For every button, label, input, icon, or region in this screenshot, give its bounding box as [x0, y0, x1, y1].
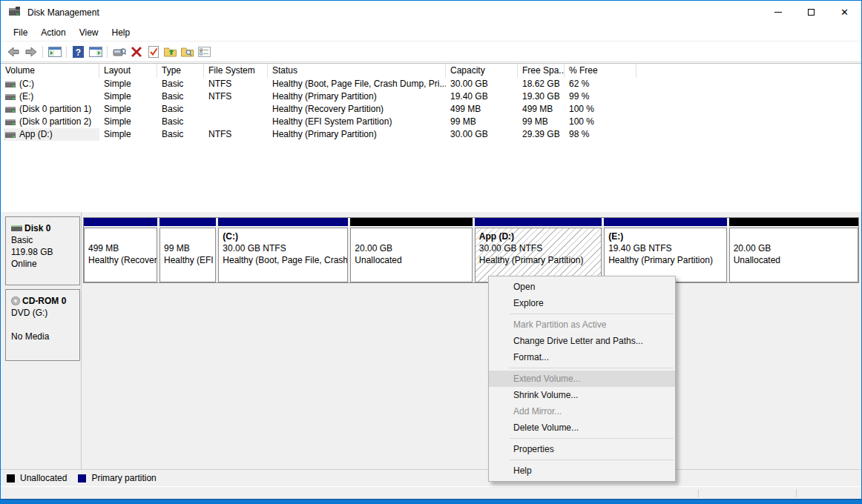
volume-file-system [204, 103, 268, 116]
disk0-info-panel[interactable]: Disk 0 Basic 119.98 GB Online [5, 216, 80, 285]
volume-icon [5, 82, 16, 87]
up-one-level-icon[interactable] [111, 44, 128, 60]
partition-unallocated-2[interactable]: 20.00 GBUnallocated [729, 218, 858, 282]
cdrom-icon [11, 296, 20, 305]
table-row[interactable]: (Disk 0 partition 2) Simple Basic Health… [1, 116, 861, 128]
disk-management-window: Disk Management ✕ File Action View Help … [0, 0, 862, 504]
disk-name: Disk 0 [24, 222, 50, 234]
partition-status: Healthy (Primary Partition) [479, 254, 601, 266]
partition-e[interactable]: (E:)19.40 GB NTFSHealthy (Primary Partit… [604, 218, 726, 282]
disk-size: 119.98 GB [11, 246, 79, 258]
explore-folder-icon[interactable] [179, 44, 196, 60]
table-row[interactable]: App (D:) Simple Basic NTFS Healthy (Prim… [1, 128, 861, 141]
partition-size: 20.00 GB [734, 242, 858, 254]
column-header-capacity[interactable]: Capacity [446, 64, 518, 78]
partition-status: Healthy (Recover [88, 254, 157, 266]
volume-free-space: 99 MB [518, 116, 565, 128]
close-icon: ✕ [840, 7, 849, 17]
app-icon [8, 7, 22, 19]
help-icon[interactable]: ? [70, 44, 87, 60]
volume-list-header: Volume Layout Type File System Status Ca… [1, 64, 861, 78]
menu-bar: File Action View Help [1, 24, 861, 42]
menu-item-change-drive-letter[interactable]: Change Drive Letter and Paths... [489, 333, 675, 349]
partition-efi[interactable]: 99 MBHealthy (EFI [159, 218, 216, 282]
fields-icon[interactable] [196, 44, 213, 60]
partition-app-d[interactable]: App (D:)30.00 GB NTFSHealthy (Primary Pa… [475, 218, 602, 282]
volume-name: App (D:) [19, 128, 53, 141]
column-header-layout[interactable]: Layout [99, 64, 157, 78]
partition-color-bar [84, 218, 157, 226]
graphical-view: Disk 0 Basic 119.98 GB Online 499 MBHeal… [1, 212, 861, 469]
menu-item-shrink-volume[interactable]: Shrink Volume... [489, 387, 675, 403]
legend-swatch-primary [78, 474, 86, 483]
partition-title [355, 231, 471, 242]
menu-item-properties[interactable]: Properties [489, 441, 675, 457]
partition-title [88, 231, 157, 242]
forward-icon[interactable] [22, 44, 39, 60]
show-console-tree-icon[interactable] [46, 44, 63, 60]
menu-item-format[interactable]: Format... [489, 349, 675, 365]
menu-file[interactable]: File [7, 25, 34, 40]
toolbar-separator [42, 46, 43, 58]
column-header-free-space[interactable]: Free Spa... [518, 64, 565, 78]
window-bottom-border [1, 499, 861, 504]
open-folder-icon[interactable] [162, 44, 179, 60]
close-button[interactable]: ✕ [828, 1, 861, 24]
status-bar-divider [698, 489, 699, 497]
show-action-pane-icon[interactable] [87, 44, 104, 60]
table-row[interactable]: (E:) Simple Basic NTFS Healthy (Primary … [1, 90, 861, 103]
menu-view[interactable]: View [73, 25, 105, 40]
partition-unallocated-1[interactable]: 20.00 GBUnallocated [350, 218, 472, 282]
volume-layout: Simple [99, 90, 157, 103]
partition-title: (C:) [223, 231, 347, 242]
menu-separator [510, 368, 674, 368]
volume-name: (E:) [19, 90, 33, 103]
partition-status: Healthy (EFI [164, 254, 215, 266]
toolbar-separator [107, 46, 108, 58]
minimize-button[interactable] [761, 1, 794, 24]
volume-name: (C:) [19, 78, 34, 90]
cdrom-info-panel[interactable]: CD-ROM 0 DVD (G:) No Media [5, 289, 80, 361]
maximize-button[interactable] [794, 1, 828, 24]
volume-layout: Simple [99, 116, 157, 128]
status-bar-divider [796, 489, 797, 497]
menu-item-delete-volume[interactable]: Delete Volume... [489, 420, 675, 436]
menu-item-help[interactable]: Help [489, 462, 675, 479]
back-icon[interactable] [5, 44, 22, 60]
menu-separator [510, 314, 674, 314]
maximize-icon [808, 9, 815, 16]
volume-list: Volume Layout Type File System Status Ca… [1, 63, 861, 208]
title-bar: Disk Management ✕ [1, 1, 861, 24]
partition-color-bar [350, 218, 472, 226]
menu-item-explore[interactable]: Explore [489, 295, 675, 311]
volume-type: Basic [157, 128, 204, 141]
table-row[interactable]: (Disk 0 partition 1) Simple Basic Health… [1, 103, 861, 116]
column-header-status[interactable]: Status [268, 64, 446, 78]
volume-status: Healthy (Boot, Page File, Crash Dump, Pr… [268, 78, 446, 90]
menu-separator [510, 460, 674, 460]
menu-item-open[interactable]: Open [489, 279, 675, 295]
column-header-pct-free[interactable]: % Free [565, 64, 636, 78]
partition-status: Healthy (Boot, Page File, Crash [223, 254, 347, 266]
delete-icon[interactable] [128, 44, 145, 60]
partition-recovery[interactable]: 499 MBHealthy (Recover [84, 218, 157, 282]
partition-size: 499 MB [88, 242, 157, 254]
partition-color-bar [729, 218, 858, 226]
volume-status: Healthy (EFI System Partition) [268, 116, 446, 128]
column-header-volume[interactable]: Volume [1, 64, 99, 78]
column-header-file-system[interactable]: File System [204, 64, 268, 78]
menu-action[interactable]: Action [34, 25, 72, 40]
table-row[interactable]: (C:) Simple Basic NTFS Healthy (Boot, Pa… [1, 78, 861, 90]
partition-color-bar [604, 218, 726, 226]
menu-help[interactable]: Help [105, 25, 137, 40]
volume-file-system [204, 116, 268, 128]
partition-size: 20.00 GB [355, 242, 471, 254]
partition-c[interactable]: (C:)30.00 GB NTFSHealthy (Boot, Page Fil… [218, 218, 348, 282]
volume-status: Healthy (Primary Partition) [268, 90, 446, 103]
volume-capacity: 499 MB [446, 103, 518, 116]
partition-title [734, 231, 858, 242]
column-header-type[interactable]: Type [157, 64, 204, 78]
volume-type: Basic [157, 78, 204, 90]
check-properties-icon[interactable] [145, 44, 162, 60]
legend-label-unallocated: Unallocated [20, 473, 67, 483]
